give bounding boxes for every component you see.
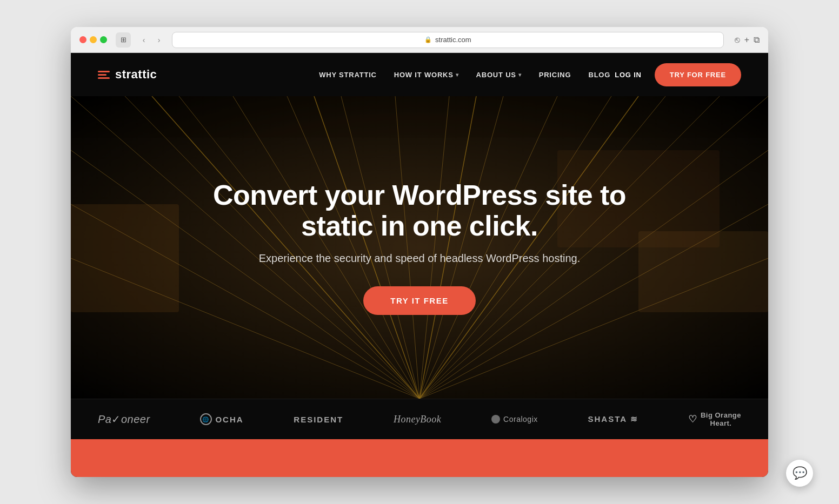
logo-icon [98, 71, 110, 79]
browser-window: ⊞ ‹ › 🔒 strattic.com ⎋ + ⧉ strattic [71, 27, 768, 477]
bigorange-text: Big OrangeHeart. [701, 411, 741, 427]
ocha-text: OCHA [215, 415, 243, 424]
heart-icon: ♡ [688, 413, 697, 425]
coralogix-text: Coralogix [503, 415, 538, 424]
shasta-text: SHASTA ≋ [588, 414, 638, 424]
chat-bubble-button[interactable]: 💬 [786, 460, 813, 487]
logo-shasta: SHASTA ≋ [588, 414, 638, 424]
lock-icon: 🔒 [424, 36, 432, 43]
logos-bar: Pa✓oneer 🌐 OCHA RESIDENT HoneyBook Coral… [71, 399, 768, 439]
logo-coralogix: Coralogix [491, 415, 538, 424]
logo-bar-2 [98, 74, 106, 76]
new-tab-button[interactable]: + [744, 35, 749, 45]
hero-section: Convert your WordPress site to static in… [71, 96, 768, 399]
browser-controls: ⊞ [116, 32, 131, 48]
hero-content: Convert your WordPress site to static in… [176, 180, 663, 315]
nav-links: WHY STRATTIC HOW IT WORKS ▾ ABOUT US ▾ P… [319, 71, 610, 79]
maximize-button[interactable] [100, 36, 107, 43]
logo-resident: RESIDENT [294, 415, 343, 424]
back-button[interactable]: ‹ [137, 33, 150, 46]
coralogix-dot [491, 415, 500, 424]
url-text: strattic.com [435, 36, 471, 44]
share-button[interactable]: ⎋ [735, 35, 740, 45]
nav-item-how-it-works[interactable]: HOW IT WORKS ▾ [394, 71, 459, 79]
chat-icon: 💬 [793, 466, 807, 480]
browser-traffic-lights [79, 36, 107, 43]
browser-titlebar: ⊞ ‹ › 🔒 strattic.com ⎋ + ⧉ [71, 27, 768, 53]
chevron-down-icon: ▾ [518, 72, 522, 78]
hero-title: Convert your WordPress site to static in… [198, 180, 641, 241]
close-button[interactable] [79, 36, 86, 43]
chevron-down-icon: ▾ [456, 72, 459, 78]
logo-bar-3 [98, 77, 110, 79]
logo-text: strattic [115, 68, 157, 82]
sidebar-button[interactable]: ⧉ [754, 35, 760, 45]
hero-try-it-free-button[interactable]: TRY IT FREE [363, 286, 475, 315]
login-link[interactable]: LOG IN [615, 71, 642, 79]
logo-bar-1 [98, 71, 110, 72]
resident-text: RESIDENT [294, 415, 343, 424]
logo-honeybook: HoneyBook [394, 414, 441, 425]
payoneer-text: Pa✓oneer [98, 413, 150, 426]
nav-try-for-free-button[interactable]: TRY FOR FREE [655, 63, 741, 86]
honeybook-text: HoneyBook [394, 414, 441, 425]
forward-button[interactable]: › [152, 33, 165, 46]
nav-item-why-strattic[interactable]: WHY STRATTIC [319, 71, 377, 79]
logo-payoneer: Pa✓oneer [98, 413, 150, 426]
browser-navigation: ‹ › [137, 33, 165, 46]
logo-ocha: 🌐 OCHA [200, 413, 243, 425]
logo[interactable]: strattic [98, 68, 157, 82]
website-content: strattic WHY STRATTIC HOW IT WORKS ▾ ABO… [71, 53, 768, 477]
un-logo-circle: 🌐 [200, 413, 212, 425]
svg-rect-25 [71, 204, 179, 312]
address-bar[interactable]: 🔒 strattic.com [172, 32, 724, 48]
nav-item-blog[interactable]: BLOG [588, 71, 610, 79]
minimize-button[interactable] [90, 36, 97, 43]
navbar: strattic WHY STRATTIC HOW IT WORKS ▾ ABO… [71, 53, 768, 96]
footer-bar [71, 439, 768, 477]
hero-subtitle: Experience the security and speed of hea… [198, 252, 641, 265]
nav-item-pricing[interactable]: PRICING [539, 71, 571, 79]
nav-item-about-us[interactable]: ABOUT US ▾ [476, 71, 522, 79]
browser-actions: ⎋ + ⧉ [735, 35, 760, 45]
logo-bigorange: ♡ Big OrangeHeart. [688, 411, 741, 427]
sidebar-toggle-button[interactable]: ⊞ [116, 32, 131, 48]
